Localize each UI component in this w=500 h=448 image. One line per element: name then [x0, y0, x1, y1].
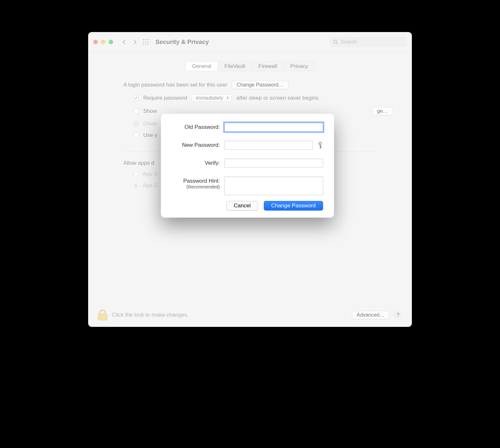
back-button[interactable]: [121, 39, 127, 45]
tab-label: FileVault: [224, 63, 245, 70]
zoom-window-icon[interactable]: [109, 40, 113, 44]
set-lock-message-button[interactable]: ge…: [372, 107, 393, 115]
login-password-text: A login password has been set for this u…: [123, 82, 227, 88]
verify-label: Verify:: [172, 159, 220, 166]
key-icon: [318, 142, 322, 149]
chevron-left-icon: [122, 39, 126, 45]
tab-firewall[interactable]: Firewall: [252, 62, 284, 71]
new-password-row: New Password:: [172, 141, 323, 150]
window-title: Security & Privacy: [155, 38, 209, 46]
tab-label: Privacy: [290, 63, 308, 70]
footer: Click the lock to make changes. Advanced…: [98, 310, 402, 320]
app-store-identified-label: App S: [143, 182, 157, 189]
tab-privacy[interactable]: Privacy: [284, 62, 315, 71]
change-password-submit-button[interactable]: Change Password: [264, 201, 323, 211]
show-all-icon[interactable]: [143, 39, 149, 45]
require-password-delay-dropdown[interactable]: immediately ▲▼: [192, 94, 232, 102]
search-icon: [333, 39, 338, 45]
app-store-label: App S: [143, 171, 157, 177]
sheet-buttons: Cancel Change Password: [172, 201, 323, 211]
change-password-sheet: Old Password: New Password: Verify: Pass…: [161, 114, 334, 218]
lock-icon[interactable]: [98, 310, 107, 320]
login-password-row: A login password has been set for this u…: [123, 81, 377, 89]
chevron-right-icon: [133, 39, 137, 45]
hint-row: Password Hint: (Recommended): [172, 177, 323, 195]
show-message-label: Show: [143, 108, 157, 114]
hint-label: Password Hint: (Recommended): [172, 177, 220, 189]
cancel-button[interactable]: Cancel: [226, 201, 258, 211]
hint-sublabel: (Recommended): [172, 184, 220, 189]
help-button[interactable]: ?: [394, 311, 402, 319]
require-password-label: Require password: [143, 95, 187, 101]
require-password-checkbox[interactable]: [134, 95, 139, 101]
use-applewatch-checkbox[interactable]: [134, 133, 139, 138]
tab-general[interactable]: General: [186, 62, 218, 71]
old-password-row: Old Password:: [172, 123, 323, 132]
tab-label: Firewall: [258, 63, 277, 70]
old-password-label: Old Password:: [172, 123, 220, 130]
search-placeholder: Search: [341, 39, 357, 45]
close-window-icon[interactable]: [93, 40, 98, 44]
svg-line-1: [336, 43, 338, 44]
disable-autologin-label: Disab: [143, 120, 157, 127]
disable-autologin-checkbox: [134, 121, 139, 126]
footer-text: Click the lock to make changes.: [112, 312, 188, 318]
help-glyph: ?: [396, 312, 400, 318]
svg-point-2: [319, 142, 321, 145]
verify-password-input[interactable]: [224, 159, 323, 168]
app-store-radio[interactable]: [134, 172, 138, 176]
hint-label-text: Password Hint:: [183, 178, 220, 184]
search-field[interactable]: Search: [330, 37, 407, 47]
tab-label: General: [192, 63, 211, 70]
verify-row: Verify:: [172, 159, 323, 168]
tab-filevault[interactable]: FileVault: [218, 62, 252, 71]
password-assistant-key-icon[interactable]: [317, 141, 323, 149]
require-password-row: Require password immediately ▲▼ after sl…: [123, 94, 377, 102]
tab-bar: General FileVault Firewall Privacy: [185, 62, 315, 71]
use-applewatch-label: Use y: [143, 132, 157, 138]
forward-button[interactable]: [132, 39, 138, 45]
minimize-window-icon[interactable]: [101, 40, 105, 44]
stepper-icon: ▲▼: [226, 96, 229, 100]
app-store-identified-radio[interactable]: [134, 183, 138, 188]
window-controls: [93, 40, 113, 44]
new-password-label: New Password:: [172, 141, 220, 148]
advanced-button[interactable]: Advanced…: [352, 311, 389, 319]
tabs-row: General FileVault Firewall Privacy: [88, 62, 412, 71]
change-password-button[interactable]: Change Password…: [232, 81, 288, 89]
show-message-checkbox[interactable]: [134, 109, 139, 114]
password-hint-input[interactable]: [224, 177, 323, 195]
old-password-input[interactable]: [224, 123, 323, 132]
titlebar: Security & Privacy Search: [88, 32, 412, 52]
require-password-suffix: after sleep or screen saver begins: [236, 95, 318, 101]
new-password-input[interactable]: [224, 141, 313, 150]
dropdown-value: immediately: [196, 95, 223, 101]
